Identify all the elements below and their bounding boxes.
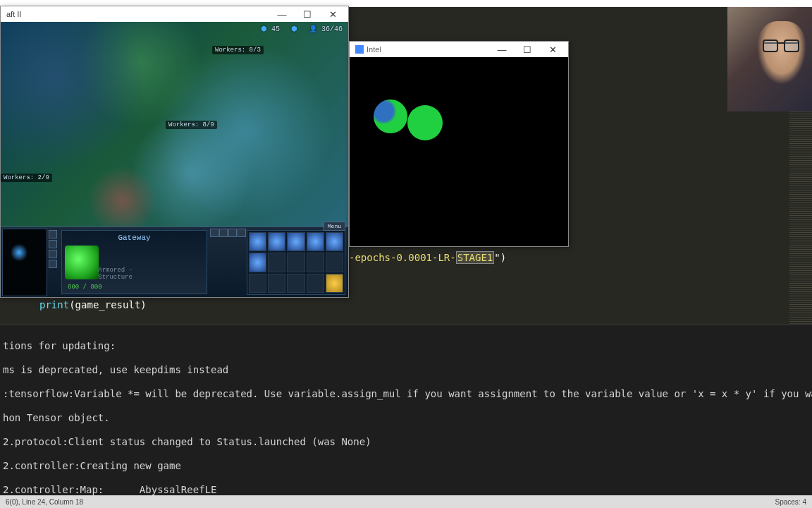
intel-titlebar[interactable]: Intel — ☐ ✕ [350,42,568,57]
starcraft-window: aft II — ☐ ✕ 45 36/46 Workers: 8/3 Worke… [0,6,349,298]
command-button[interactable] [287,274,304,293]
ui-button[interactable] [238,229,246,237]
command-button[interactable] [326,253,343,272]
command-button[interactable] [326,274,343,293]
hp-value: 800 / 800 [68,284,102,291]
code-var: game_result [75,299,141,310]
side-button[interactable] [49,250,57,258]
unit-portrait [65,246,99,279]
workers-label-1: Workers: 8/3 [212,46,264,54]
selection-panel: Gateway Armored - Structure 800 / 800 [61,230,207,294]
terminal-line: tions for updating: [3,340,809,352]
indent-setting[interactable]: Spaces: 4 [775,498,806,506]
game-viewport[interactable]: 45 36/46 Workers: 8/3 Workers: 8/9 Worke… [1,22,348,297]
ui-button[interactable] [219,229,228,237]
terminal-line: hon Tensor object. [3,412,809,424]
code-print-line[interactable]: print(game_result) [39,299,147,310]
command-button[interactable] [268,253,285,272]
ui-button[interactable] [228,229,237,237]
code-text: -epochs-0.0001-LR- [349,252,456,263]
minerals-count: 45 [261,25,280,33]
command-button[interactable] [249,232,266,251]
command-button[interactable] [307,232,324,251]
intel-canvas [350,57,568,246]
terminal-line: 2.controller:Creating new game [3,460,809,472]
side-button[interactable] [49,240,57,248]
command-button[interactable] [268,232,285,251]
starcraft-title: aft II [4,10,21,18]
close-button[interactable]: ✕ [320,6,345,22]
intel-window: Intel — ☐ ✕ [349,41,569,247]
command-button[interactable] [287,253,304,272]
gas-count [291,25,297,33]
terminal-panel[interactable]: tions for updating: ms is deprecated, us… [0,325,812,495]
minimize-button[interactable]: — [489,42,515,57]
webcam-overlay [727,7,812,111]
terminal-line: 2.controller:Map: AbyssalReefLE [3,484,809,495]
intel-blob-2 [407,105,443,140]
intel-title: Intel [352,45,381,54]
side-buttons [49,227,59,297]
menu-button[interactable]: Menu [324,222,345,231]
terminal-line: ms is deprecated, use keepdims instead [3,364,809,376]
command-button[interactable] [249,253,266,272]
top-button-grid [210,227,247,297]
minimize-button[interactable]: — [269,6,295,22]
maximize-button[interactable]: ☐ [515,42,540,57]
intel-app-icon [355,45,364,54]
resource-bar: 45 36/46 [261,25,343,33]
terminal-line: 2.protocol:Client status changed to Stat… [3,436,809,448]
intel-blob-1 [374,99,407,133]
starcraft-titlebar[interactable]: aft II — ☐ ✕ [1,6,348,22]
command-button[interactable] [268,274,285,293]
armor-type: Armored - Structure [98,267,171,281]
game-hud: Menu Gateway Armored - Structure 800 / 8… [1,226,348,297]
workers-label-2: Workers: 8/9 [166,121,217,129]
ui-button[interactable] [210,229,219,237]
command-button[interactable] [307,253,324,272]
workers-label-3: Workers: 2/9 [1,174,52,182]
command-button[interactable] [326,232,343,251]
code-fragment[interactable]: -epochs-0.0001-LR-STAGE1") [349,251,806,264]
code-selection: STAGE1 [456,251,495,264]
status-bar: 6(0), Line 24, Column 18 Spaces: 4 [0,495,812,508]
unit-name: Gateway [118,234,150,242]
code-text: ") [494,252,506,263]
minimap[interactable] [2,229,47,296]
webcam-glasses [763,42,799,52]
cursor-position[interactable]: 6(0), Line 24, Column 18 [6,498,83,506]
side-button[interactable] [49,260,57,268]
code-minimap[interactable] [789,111,812,325]
side-button[interactable] [49,230,57,238]
command-button[interactable] [287,232,304,251]
command-button[interactable] [249,274,266,293]
supply-count: 36/46 [309,25,343,33]
close-button[interactable]: ✕ [540,42,565,57]
code-fn: print [39,299,69,310]
command-card [247,230,345,295]
webcam-face [757,21,806,85]
maximize-button[interactable]: ☐ [295,6,320,22]
terminal-line: :tensorflow:Variable *= will be deprecat… [3,388,809,400]
intel-title-text: Intel [367,45,381,54]
command-button[interactable] [307,274,324,293]
